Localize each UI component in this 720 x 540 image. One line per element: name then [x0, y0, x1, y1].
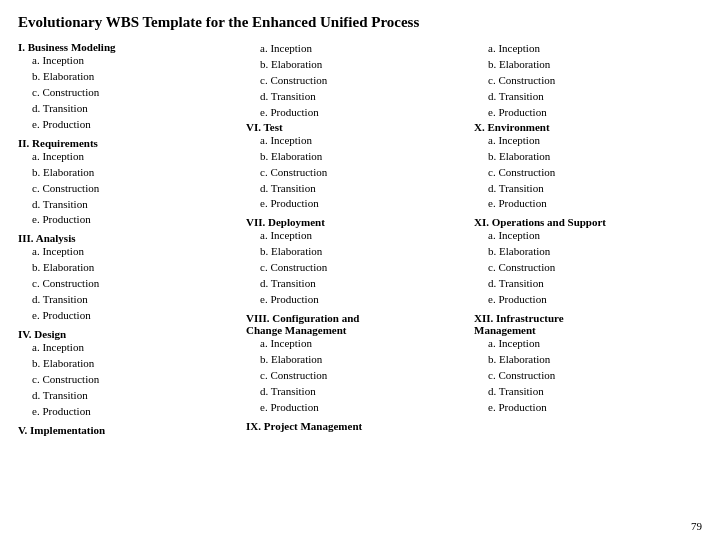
section: III. Analysisa. Inceptionb. Elaborationc…	[18, 232, 242, 324]
list-item: b. Elaboration	[474, 149, 698, 165]
section: XI. Operations and Supporta. Inceptionb.…	[474, 216, 698, 308]
list-item: b. Elaboration	[246, 352, 470, 368]
section-header: V. Implementation	[18, 424, 242, 436]
list-item: c. Construction	[474, 73, 698, 89]
list-item: d. Transition	[474, 384, 698, 400]
list-item: d. Transition	[246, 276, 470, 292]
section: VI. Testa. Inceptionb. Elaborationc. Con…	[246, 121, 470, 213]
list-item: e. Production	[18, 212, 242, 228]
list-item: c. Construction	[246, 73, 470, 89]
list-item: c. Construction	[246, 165, 470, 181]
section: VII. Deploymenta. Inceptionb. Elaboratio…	[246, 216, 470, 308]
list-item: c. Construction	[18, 372, 242, 388]
list-item: d. Transition	[474, 276, 698, 292]
list-item: d. Transition	[246, 181, 470, 197]
list-item: a. Inception	[18, 244, 242, 260]
section: IV. Designa. Inceptionb. Elaborationc. C…	[18, 328, 242, 420]
section-header: X. Environment	[474, 121, 698, 133]
list-item: e. Production	[474, 292, 698, 308]
list-item: e. Production	[474, 196, 698, 212]
list-item: a. Inception	[246, 133, 470, 149]
section-header: XII. Infrastructure Management	[474, 312, 698, 336]
list-item: a. Inception	[474, 133, 698, 149]
list-item: c. Construction	[18, 181, 242, 197]
list-item: e. Production	[246, 400, 470, 416]
list-item: c. Construction	[246, 260, 470, 276]
list-item: c. Construction	[246, 368, 470, 384]
list-item: a. Inception	[474, 41, 698, 57]
section-header: VII. Deployment	[246, 216, 470, 228]
list-item: b. Elaboration	[246, 244, 470, 260]
section: X. Environmenta. Inceptionb. Elaboration…	[474, 121, 698, 213]
list-item: a. Inception	[474, 228, 698, 244]
section: IX. Project Management	[246, 420, 470, 432]
section: I. Business Modelinga. Inceptionb. Elabo…	[18, 41, 242, 133]
columns-container: I. Business Modelinga. Inceptionb. Elabo…	[18, 41, 702, 440]
list-item: b. Elaboration	[18, 356, 242, 372]
list-item: c. Construction	[474, 368, 698, 384]
list-item: a. Inception	[18, 149, 242, 165]
section-header: II. Requirements	[18, 137, 242, 149]
list-item: b. Elaboration	[474, 57, 698, 73]
section-header: III. Analysis	[18, 232, 242, 244]
list-item: d. Transition	[474, 89, 698, 105]
section-header: XI. Operations and Support	[474, 216, 698, 228]
page-title: Evolutionary WBS Template for the Enhanc…	[18, 14, 702, 31]
section-header: IV. Design	[18, 328, 242, 340]
page-number: 79	[691, 520, 702, 532]
section: II. Requirementsa. Inceptionb. Elaborati…	[18, 137, 242, 229]
list-item: c. Construction	[474, 260, 698, 276]
list-item: a. Inception	[246, 41, 470, 57]
section: XII. Infrastructure Managementa. Incepti…	[474, 312, 698, 416]
list-item: d. Transition	[18, 292, 242, 308]
list-item: b. Elaboration	[18, 69, 242, 85]
list-item: d. Transition	[18, 101, 242, 117]
list-item: c. Construction	[474, 165, 698, 181]
list-item: a. Inception	[18, 340, 242, 356]
list-item: e. Production	[18, 404, 242, 420]
list-item: a. Inception	[18, 53, 242, 69]
list-item: b. Elaboration	[474, 352, 698, 368]
list-item: e. Production	[246, 105, 470, 121]
list-item: c. Construction	[18, 276, 242, 292]
section-header: I. Business Modeling	[18, 41, 242, 53]
list-item: c. Construction	[18, 85, 242, 101]
list-item: b. Elaboration	[18, 165, 242, 181]
column-3: a. Inceptionb. Elaborationc. Constructio…	[474, 41, 702, 420]
list-item: b. Elaboration	[246, 149, 470, 165]
section: V. Implementation	[18, 424, 242, 436]
page: Evolutionary WBS Template for the Enhanc…	[0, 0, 720, 540]
list-item: e. Production	[246, 292, 470, 308]
column-1: I. Business Modelinga. Inceptionb. Elabo…	[18, 41, 246, 440]
list-item: e. Production	[246, 196, 470, 212]
list-item: e. Production	[18, 117, 242, 133]
list-item: b. Elaboration	[474, 244, 698, 260]
list-item: d. Transition	[246, 89, 470, 105]
list-item: d. Transition	[474, 181, 698, 197]
list-item: a. Inception	[246, 336, 470, 352]
column-2: a. Inceptionb. Elaborationc. Constructio…	[246, 41, 474, 436]
section-header: VIII. Configuration and Change Managemen…	[246, 312, 470, 336]
list-item: e. Production	[474, 105, 698, 121]
list-item: b. Elaboration	[18, 260, 242, 276]
list-item: e. Production	[18, 308, 242, 324]
section-header: IX. Project Management	[246, 420, 470, 432]
list-item: a. Inception	[246, 228, 470, 244]
list-item: d. Transition	[246, 384, 470, 400]
list-item: a. Inception	[474, 336, 698, 352]
list-item: e. Production	[474, 400, 698, 416]
section-header: VI. Test	[246, 121, 470, 133]
list-item: d. Transition	[18, 197, 242, 213]
section: VIII. Configuration and Change Managemen…	[246, 312, 470, 416]
list-item: b. Elaboration	[246, 57, 470, 73]
list-item: d. Transition	[18, 388, 242, 404]
